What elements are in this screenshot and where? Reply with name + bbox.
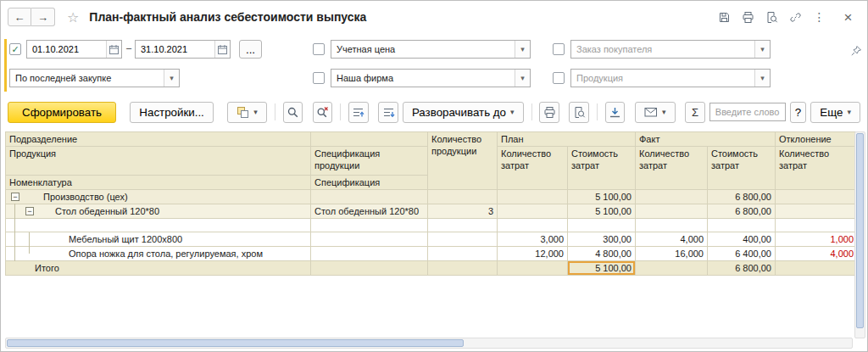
print-button-header[interactable] <box>737 8 759 27</box>
export-button[interactable] <box>605 102 626 123</box>
find-button[interactable] <box>283 102 303 123</box>
cell-spec[interactable] <box>311 219 428 232</box>
dropdown-button[interactable]: ▾ <box>515 41 530 58</box>
customer-order-combo[interactable]: Заказ покупателя ▾ <box>570 40 771 59</box>
period-checkbox[interactable]: ✓ <box>9 43 21 55</box>
dropdown-button[interactable]: ▾ <box>515 70 530 87</box>
preview-button[interactable] <box>569 102 589 123</box>
cell-product-qty[interactable]: 3 <box>428 204 498 219</box>
cell-plan-qty[interactable] <box>498 190 568 204</box>
quick-search-input[interactable] <box>710 103 785 120</box>
close-button[interactable]: × <box>837 8 859 27</box>
vertical-scroll-thumb[interactable] <box>856 133 864 328</box>
cell-fact-qty[interactable] <box>636 219 708 232</box>
cell-deviation-qty[interactable]: 1,000 <box>776 232 858 247</box>
vertical-scrollbar[interactable] <box>854 131 865 338</box>
price-type-combo[interactable]: Учетная цена ▾ <box>331 40 531 59</box>
back-button[interactable]: ← <box>8 8 31 26</box>
collapse-groups-button[interactable] <box>348 102 369 123</box>
collapse-expander-icon[interactable]: − <box>11 193 19 201</box>
cell-plan-cost[interactable]: 4 800,00 <box>568 247 636 261</box>
price-type-checkbox[interactable] <box>313 43 325 55</box>
forward-button[interactable]: → <box>31 8 55 26</box>
period-options-button[interactable]: ... <box>239 40 262 59</box>
company-checkbox[interactable] <box>313 72 325 84</box>
horizontal-scroll-thumb[interactable] <box>7 339 464 347</box>
cell-fact-qty[interactable] <box>636 261 708 276</box>
cell-plan-cost[interactable]: 300,00 <box>568 232 636 247</box>
cell-fact-qty[interactable] <box>636 190 708 204</box>
cell-name[interactable] <box>6 219 311 232</box>
cell-fact-cost[interactable]: 6 400,00 <box>708 247 776 261</box>
customer-order-checkbox[interactable] <box>553 43 565 55</box>
cell-fact-cost[interactable]: 6 800,00 <box>708 190 776 204</box>
cell-fact-cost[interactable]: 400,00 <box>708 232 776 247</box>
expand-groups-button[interactable] <box>378 102 398 123</box>
cell-deviation-qty[interactable]: 4,000 <box>776 247 858 261</box>
costing-method-combo[interactable]: По последней закупке ▾ <box>9 69 180 87</box>
report-variants-button[interactable]: ▾ <box>227 102 267 123</box>
horizontal-scrollbar[interactable] <box>5 338 853 349</box>
cell-plan-cost-selected[interactable]: 5 100,00 <box>568 261 636 276</box>
dropdown-button[interactable]: ▾ <box>754 70 770 87</box>
cell-spec[interactable] <box>311 190 428 204</box>
company-combo[interactable]: Наша фирма ▾ <box>331 69 531 87</box>
collapse-expander-icon[interactable]: − <box>25 207 34 215</box>
cancel-search-button[interactable] <box>313 102 333 123</box>
cell-name[interactable]: − Стол обеденный 120*80 <box>6 204 311 219</box>
favorite-star-icon[interactable]: ☆ <box>67 9 79 25</box>
product-combo[interactable]: Продукция ▾ <box>570 69 771 87</box>
cell-fact-cost[interactable]: 6 800,00 <box>708 204 776 219</box>
cell-name[interactable]: Мебельный щит 1200x800 <box>6 232 311 247</box>
cell-fact-qty[interactable] <box>636 204 708 219</box>
cell-fact-qty[interactable]: 4,000 <box>636 232 708 247</box>
cell-product-qty[interactable] <box>428 261 498 276</box>
period-from-input[interactable] <box>27 41 106 58</box>
cell-product-qty[interactable] <box>428 247 498 261</box>
cell-plan-qty[interactable] <box>498 204 568 219</box>
help-button[interactable]: ? <box>790 102 807 123</box>
cell-plan-cost[interactable]: 5 100,00 <box>568 204 636 219</box>
cell-plan-qty[interactable]: 12,000 <box>498 247 568 261</box>
cell-product-qty[interactable] <box>428 232 498 247</box>
print-button[interactable] <box>539 102 559 123</box>
cell-deviation-qty[interactable] <box>776 190 858 204</box>
cell-spec[interactable] <box>311 232 428 247</box>
send-email-button[interactable]: ▾ <box>635 102 676 123</box>
dropdown-button[interactable]: ▾ <box>754 41 770 58</box>
calendar-button[interactable] <box>214 41 230 58</box>
cell-spec[interactable] <box>311 247 428 261</box>
cell-deviation-qty[interactable] <box>776 261 858 276</box>
cell-fact-cost[interactable]: 6 800,00 <box>708 261 776 276</box>
cell-spec[interactable]: Стол обеденный 120*80 <box>311 204 428 219</box>
cell-name[interactable]: − Производство (цех) <box>6 190 311 204</box>
link-button[interactable] <box>785 8 806 27</box>
cell-deviation-qty[interactable] <box>776 219 858 232</box>
cell-spec[interactable] <box>311 261 428 276</box>
settings-button[interactable]: Настройки... <box>130 102 213 123</box>
dropdown-button[interactable]: ▾ <box>164 70 179 87</box>
cell-fact-cost[interactable] <box>708 219 776 232</box>
more-button[interactable]: Еще ▾ <box>810 102 860 123</box>
cell-plan-qty[interactable] <box>498 219 568 232</box>
cell-product-qty[interactable] <box>428 219 498 232</box>
more-menu-button[interactable]: ⋮ <box>809 8 830 27</box>
cell-plan-qty[interactable] <box>498 261 568 276</box>
expand-to-button[interactable]: Разворачивать до ▾ <box>403 102 524 123</box>
save-button[interactable] <box>714 8 735 27</box>
cell-name[interactable]: Опора ножка для стола, регулируемая, хро… <box>6 247 311 261</box>
cell-name[interactable]: Итого <box>6 261 311 276</box>
cell-fact-qty[interactable]: 16,000 <box>636 247 708 261</box>
calendar-button[interactable] <box>106 41 121 58</box>
sum-button[interactable]: Σ <box>685 102 705 123</box>
cell-plan-cost[interactable] <box>568 219 636 232</box>
product-checkbox[interactable] <box>553 72 565 84</box>
cell-plan-cost[interactable]: 5 100,00 <box>568 190 636 204</box>
preview-button-header[interactable] <box>761 8 782 27</box>
period-to-input[interactable] <box>136 41 214 58</box>
pin-button[interactable] <box>847 42 865 60</box>
generate-button[interactable]: Сформировать <box>8 102 116 123</box>
cell-deviation-qty[interactable] <box>776 204 858 219</box>
cell-plan-qty[interactable]: 3,000 <box>498 232 568 247</box>
cell-product-qty[interactable] <box>428 190 498 204</box>
